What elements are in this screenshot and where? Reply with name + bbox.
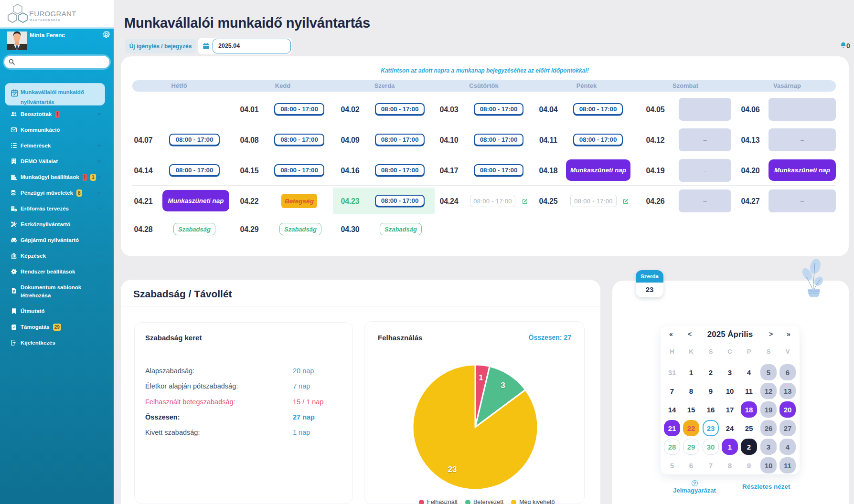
- svg-text:23: 23: [448, 465, 457, 474]
- svg-text:3: 3: [501, 381, 505, 390]
- svg-text:1: 1: [479, 373, 483, 382]
